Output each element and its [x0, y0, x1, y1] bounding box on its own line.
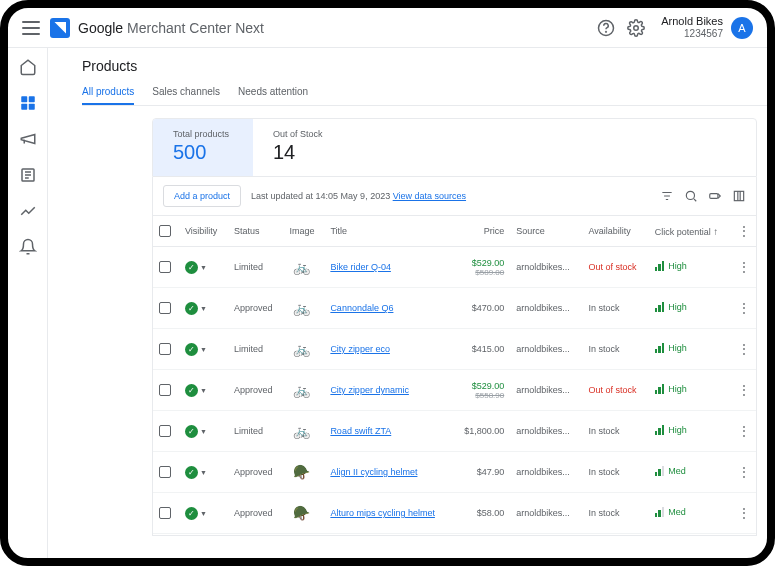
- row-menu-icon[interactable]: ⋮: [738, 506, 750, 520]
- svg-point-2: [634, 25, 639, 30]
- row-checkbox[interactable]: [159, 261, 171, 273]
- left-nav: [8, 48, 48, 558]
- chart-icon[interactable]: [19, 202, 37, 220]
- check-icon: ✓: [185, 302, 198, 315]
- columns-icon[interactable]: [732, 189, 746, 203]
- row-checkbox[interactable]: [159, 507, 171, 519]
- app-logo: [50, 18, 70, 38]
- source-text: arnoldbikes...: [510, 534, 582, 537]
- chevron-down-icon: ▼: [200, 510, 207, 517]
- search-icon[interactable]: [684, 189, 698, 203]
- source-text: arnoldbikes...: [510, 452, 582, 493]
- col-click-potential[interactable]: Click potential ↑: [649, 216, 732, 247]
- row-menu-icon[interactable]: ⋮: [738, 465, 750, 479]
- add-product-button[interactable]: Add a product: [163, 185, 241, 207]
- svg-point-1: [606, 31, 607, 32]
- col-visibility[interactable]: Visibility: [179, 216, 228, 247]
- view-data-sources-link[interactable]: View data sources: [393, 191, 466, 201]
- products-icon[interactable]: [19, 94, 37, 112]
- row-menu-icon[interactable]: ⋮: [738, 424, 750, 438]
- row-checkbox[interactable]: [159, 425, 171, 437]
- product-thumbnail: 🚲: [290, 339, 314, 359]
- avatar[interactable]: A: [731, 17, 753, 39]
- select-all-checkbox[interactable]: [159, 225, 171, 237]
- col-status[interactable]: Status: [228, 216, 284, 247]
- summary-card[interactable]: Out of Stock14: [253, 119, 353, 176]
- bars-icon: [655, 261, 665, 271]
- account-info[interactable]: Arnold Bikes 1234567: [661, 15, 723, 40]
- click-potential: Med: [655, 466, 686, 476]
- table-row: ✓▼Approved🪖Alturo mips cycling helmet$58…: [153, 493, 756, 534]
- chevron-down-icon: ▼: [200, 305, 207, 312]
- product-title-link[interactable]: Road swift ZTA: [330, 426, 391, 436]
- availability-text: In stock: [582, 493, 648, 534]
- col-price[interactable]: Price: [453, 216, 510, 247]
- tab-needs-attention[interactable]: Needs attention: [238, 86, 308, 105]
- product-title-link[interactable]: Alturo mips cycling helmet: [330, 508, 435, 518]
- product-title-link[interactable]: City zipper dynamic: [330, 385, 409, 395]
- check-icon: ✓: [185, 261, 198, 274]
- bell-icon[interactable]: [19, 238, 37, 256]
- status-text: Approved: [228, 493, 284, 534]
- row-menu-icon[interactable]: ⋮: [738, 342, 750, 356]
- col-source[interactable]: Source: [510, 216, 582, 247]
- visibility-toggle[interactable]: ✓▼: [185, 466, 207, 479]
- price-cell: $529.00$558.90: [453, 370, 510, 411]
- source-text: arnoldbikes...: [510, 288, 582, 329]
- source-text: arnoldbikes...: [510, 329, 582, 370]
- visibility-toggle[interactable]: ✓▼: [185, 302, 207, 315]
- toolbar: Add a product Last updated at 14:05 May …: [152, 177, 757, 216]
- check-icon: ✓: [185, 466, 198, 479]
- row-menu-icon[interactable]: ⋮: [738, 260, 750, 274]
- price-cell: $529.00$589.00: [453, 247, 510, 288]
- label-icon[interactable]: [708, 189, 722, 203]
- report-icon[interactable]: [19, 166, 37, 184]
- row-checkbox[interactable]: [159, 466, 171, 478]
- availability-text: In stock: [582, 288, 648, 329]
- row-menu-icon[interactable]: ⋮: [738, 301, 750, 315]
- home-icon[interactable]: [19, 58, 37, 76]
- col-image[interactable]: Image: [284, 216, 325, 247]
- help-icon[interactable]: [597, 19, 615, 37]
- click-potential: High: [655, 302, 687, 312]
- visibility-toggle[interactable]: ✓▼: [185, 343, 207, 356]
- tab-sales-channels[interactable]: Sales channels: [152, 86, 220, 105]
- visibility-toggle[interactable]: ✓▼: [185, 425, 207, 438]
- tab-all-products[interactable]: All products: [82, 86, 134, 105]
- click-potential: High: [655, 343, 687, 353]
- price-cell: $58.00: [453, 493, 510, 534]
- col-availability[interactable]: Availability: [582, 216, 648, 247]
- visibility-toggle[interactable]: ✓▼: [185, 261, 207, 274]
- table-row: ✓▼Limited🚲Bike rider Q-04$529.00$589.00a…: [153, 247, 756, 288]
- product-title-link[interactable]: City zipper eco: [330, 344, 390, 354]
- col-title[interactable]: Title: [324, 216, 452, 247]
- product-title-link[interactable]: Bike rider Q-04: [330, 262, 391, 272]
- row-menu-icon[interactable]: ⋮: [738, 383, 750, 397]
- table-options-icon[interactable]: ⋮: [738, 224, 750, 238]
- price-cell: $470.00: [453, 288, 510, 329]
- availability-text: In stock: [582, 329, 648, 370]
- summary-cards: Total products500Out of Stock14: [152, 118, 757, 177]
- sort-asc-icon: ↑: [713, 226, 718, 237]
- summary-card[interactable]: Total products500: [153, 119, 253, 176]
- svg-rect-6: [28, 104, 34, 110]
- product-title-link[interactable]: Align II cycling helmet: [330, 467, 417, 477]
- filter-icon[interactable]: [660, 189, 674, 203]
- visibility-toggle[interactable]: ✓▼: [185, 384, 207, 397]
- row-checkbox[interactable]: [159, 343, 171, 355]
- gear-icon[interactable]: [627, 19, 645, 37]
- visibility-toggle[interactable]: ✓▼: [185, 507, 207, 520]
- product-thumbnail: 🪖: [290, 503, 314, 523]
- summary-label: Total products: [173, 129, 233, 139]
- summary-value: 14: [273, 141, 333, 164]
- product-title-link[interactable]: Cannondale Q6: [330, 303, 393, 313]
- chevron-down-icon: ▼: [200, 387, 207, 394]
- table-row: ✓▼Approved🚲Cannondale Q6$470.00arnoldbik…: [153, 288, 756, 329]
- bars-icon: [655, 466, 665, 476]
- menu-icon[interactable]: [22, 19, 40, 37]
- megaphone-icon[interactable]: [19, 130, 37, 148]
- product-thumbnail: 🚲: [290, 298, 314, 318]
- row-checkbox[interactable]: [159, 302, 171, 314]
- price-cell: $47.90: [453, 452, 510, 493]
- row-checkbox[interactable]: [159, 384, 171, 396]
